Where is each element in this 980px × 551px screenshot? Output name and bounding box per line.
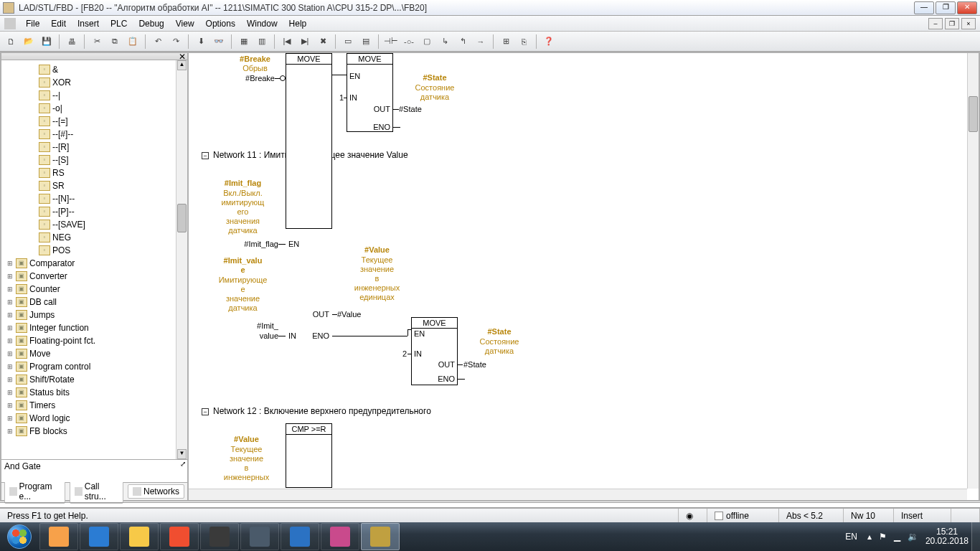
open-button[interactable]: 📂	[21, 34, 37, 50]
catalog-button[interactable]: ▦	[236, 34, 252, 50]
mdi-restore-button[interactable]: ❐	[945, 18, 959, 29]
print-button[interactable]: 🖶	[64, 34, 80, 50]
tree-scrollbar[interactable]: ▲ ▼	[176, 60, 187, 459]
minimize-button[interactable]: —	[914, 1, 934, 14]
branch-close-button[interactable]: ↰	[455, 34, 471, 50]
expand-icon[interactable]: ⊞	[7, 363, 16, 370]
scroll-thumb[interactable]	[969, 96, 978, 132]
tree-item[interactable]: ▫--[#]--	[3, 128, 186, 141]
box-button[interactable]: ▢	[419, 34, 435, 50]
taskbar-app[interactable]	[240, 523, 279, 550]
tree-item[interactable]: ▫-o|	[3, 102, 186, 115]
expand-icon[interactable]: ⊞	[7, 402, 16, 409]
goto-button[interactable]: ⎘	[516, 34, 532, 50]
tree-item[interactable]: ▫NEG	[3, 231, 186, 244]
expand-icon[interactable]: ⊞	[7, 260, 16, 267]
volume-icon[interactable]: 🔉	[908, 532, 918, 542]
taskbar-app[interactable]	[361, 523, 400, 550]
menu-edit[interactable]: Edit	[45, 16, 72, 32]
new-network-button[interactable]: ▭	[340, 34, 356, 50]
taskbar-app[interactable]	[281, 523, 319, 550]
taskbar-app[interactable]	[321, 523, 359, 550]
coil-button[interactable]: -○-	[401, 34, 417, 50]
tree-folder[interactable]: ⊞▣FB blocks	[3, 425, 186, 438]
fbd-editor[interactable]: #Breake Обрыв #Breake MOVE EN IN OUT ENO…	[189, 52, 980, 501]
monitor-button[interactable]: 👓	[211, 34, 227, 50]
expand-icon[interactable]: ⊞	[7, 350, 16, 357]
editor-vscrollbar[interactable]	[967, 53, 979, 489]
tree-item[interactable]: ▫--[SAVE]	[3, 218, 186, 231]
save-button[interactable]: 💾	[39, 34, 55, 50]
network-12-header[interactable]: −Network 12 : Включение верхнего предупр…	[202, 406, 431, 417]
tree-item[interactable]: ▫--|	[3, 89, 186, 102]
tree-folder[interactable]: ⊞▣Comparator	[3, 257, 186, 270]
tray-chevron-icon[interactable]: ▴	[867, 532, 872, 542]
whatsthis-button[interactable]: ❓	[541, 34, 557, 50]
editor-hscrollbar[interactable]	[189, 489, 967, 500]
move-block-1[interactable]: MOVE	[347, 53, 393, 132]
taskbar-app[interactable]	[200, 523, 239, 550]
tree-folder[interactable]: ⊞▣Jumps	[3, 309, 186, 321]
tree-folder[interactable]: ⊞▣Floating-point fct.	[3, 334, 186, 347]
undo-button[interactable]: ↶	[150, 34, 166, 50]
tree-item[interactable]: ▫--[R]	[3, 141, 186, 154]
goto-next-button[interactable]: ▶|	[297, 34, 313, 50]
language-indicator[interactable]: EN	[842, 532, 860, 542]
tree-folder[interactable]: ⊞▣DB call	[3, 296, 186, 309]
expand-icon[interactable]: ⊞	[7, 298, 16, 306]
tree-item[interactable]: ▫--[N]--	[3, 192, 186, 205]
menu-window[interactable]: Window	[241, 16, 283, 32]
stop-button[interactable]: ✖	[315, 34, 331, 50]
cmp-block[interactable]: CMP >=R	[286, 423, 332, 488]
collapse-icon[interactable]: −	[202, 408, 209, 415]
scroll-up-icon[interactable]: ▲	[177, 60, 187, 70]
expand-icon[interactable]: ⊞	[7, 428, 16, 435]
new-button[interactable]: 🗋	[3, 34, 19, 50]
cross-ref-button[interactable]: ⊞	[498, 34, 514, 50]
menu-file[interactable]: File	[20, 16, 45, 32]
menu-help[interactable]: Help	[283, 16, 313, 32]
tree-folder[interactable]: ⊞▣Converter	[3, 270, 186, 283]
expand-icon[interactable]: ⊞	[7, 389, 16, 396]
scroll-down-icon[interactable]: ▼	[177, 449, 187, 459]
tree-item[interactable]: ▫XOR	[3, 76, 186, 89]
expand-icon[interactable]: ⊞	[7, 324, 16, 331]
tree-item[interactable]: ▫--[P]--	[3, 205, 186, 218]
expand-icon[interactable]: ⊞	[7, 311, 16, 319]
redo-button[interactable]: ↷	[168, 34, 184, 50]
toggle-button[interactable]: ▤	[358, 34, 374, 50]
tree-folder[interactable]: ⊞▣Word logic	[3, 412, 186, 425]
ref-button[interactable]: ▥	[254, 34, 270, 50]
tree-item[interactable]: ▫--[=]	[3, 115, 186, 128]
download-button[interactable]: ⬇	[193, 34, 209, 50]
tree-item[interactable]: ▫RS	[3, 166, 186, 179]
tab-call-structure[interactable]: Call stru...	[70, 479, 123, 504]
taskbar-app[interactable]	[39, 523, 78, 550]
branch-open-button[interactable]: ↳	[437, 34, 453, 50]
taskbar-app[interactable]	[120, 523, 159, 550]
cut-button[interactable]: ✂	[89, 34, 105, 50]
tab-program-elements[interactable]: Program e...	[4, 479, 65, 504]
menu-insert[interactable]: Insert	[72, 16, 105, 32]
maximize-button[interactable]: ❐	[936, 1, 956, 14]
taskbar-app[interactable]	[80, 523, 118, 550]
close-button[interactable]: ✕	[957, 1, 977, 14]
menu-options[interactable]: Options	[200, 16, 241, 32]
tree-folder[interactable]: ⊞▣Shift/Rotate	[3, 373, 186, 386]
expand-icon[interactable]: ⊞	[7, 286, 16, 293]
expand-icon[interactable]: ⊞	[7, 273, 16, 280]
mdi-close-button[interactable]: ×	[961, 18, 976, 29]
flag-icon[interactable]: ⚑	[879, 532, 887, 542]
taskbar-app[interactable]	[160, 523, 199, 550]
tree-item[interactable]: ▫SR	[3, 179, 186, 192]
tree-item[interactable]: ▫&	[3, 63, 186, 76]
menu-debug[interactable]: Debug	[133, 16, 169, 32]
expand-icon[interactable]: ⊞	[7, 415, 16, 422]
system-tray[interactable]: EN ▴ ⚑ ▁ 🔉 15:21 20.02.2018	[842, 527, 971, 546]
start-button[interactable]	[0, 522, 39, 551]
expand-icon[interactable]: ⊞	[7, 337, 16, 344]
tree-item[interactable]: ▫--[S]	[3, 154, 186, 166]
paste-button[interactable]: 📋	[125, 34, 141, 50]
tree-item[interactable]: ▫POS	[3, 244, 186, 257]
splitter[interactable]	[0, 502, 980, 508]
